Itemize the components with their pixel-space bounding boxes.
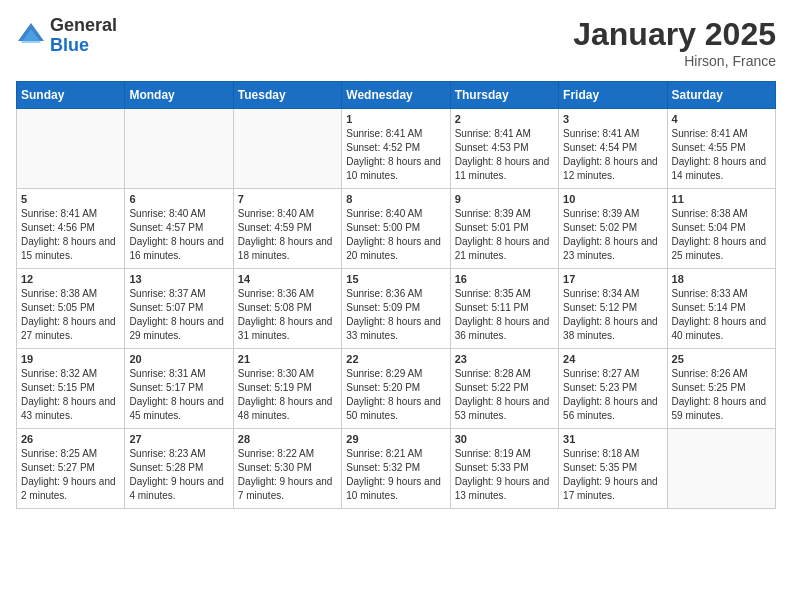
calendar-day-cell: 31Sunrise: 8:18 AM Sunset: 5:35 PM Dayli… (559, 429, 667, 509)
calendar-day-cell: 20Sunrise: 8:31 AM Sunset: 5:17 PM Dayli… (125, 349, 233, 429)
day-info: Sunrise: 8:28 AM Sunset: 5:22 PM Dayligh… (455, 367, 554, 423)
weekday-header: Friday (559, 82, 667, 109)
calendar-day-cell: 29Sunrise: 8:21 AM Sunset: 5:32 PM Dayli… (342, 429, 450, 509)
day-info: Sunrise: 8:21 AM Sunset: 5:32 PM Dayligh… (346, 447, 445, 503)
calendar-day-cell: 7Sunrise: 8:40 AM Sunset: 4:59 PM Daylig… (233, 189, 341, 269)
day-info: Sunrise: 8:33 AM Sunset: 5:14 PM Dayligh… (672, 287, 771, 343)
calendar-week-row: 5Sunrise: 8:41 AM Sunset: 4:56 PM Daylig… (17, 189, 776, 269)
day-info: Sunrise: 8:36 AM Sunset: 5:08 PM Dayligh… (238, 287, 337, 343)
day-number: 27 (129, 433, 228, 445)
day-number: 3 (563, 113, 662, 125)
day-number: 14 (238, 273, 337, 285)
calendar-day-cell: 30Sunrise: 8:19 AM Sunset: 5:33 PM Dayli… (450, 429, 558, 509)
day-info: Sunrise: 8:35 AM Sunset: 5:11 PM Dayligh… (455, 287, 554, 343)
calendar-day-cell: 3Sunrise: 8:41 AM Sunset: 4:54 PM Daylig… (559, 109, 667, 189)
weekday-header: Tuesday (233, 82, 341, 109)
calendar-day-cell: 27Sunrise: 8:23 AM Sunset: 5:28 PM Dayli… (125, 429, 233, 509)
calendar-week-row: 26Sunrise: 8:25 AM Sunset: 5:27 PM Dayli… (17, 429, 776, 509)
calendar-day-cell: 12Sunrise: 8:38 AM Sunset: 5:05 PM Dayli… (17, 269, 125, 349)
day-number: 29 (346, 433, 445, 445)
day-number: 4 (672, 113, 771, 125)
weekday-header: Saturday (667, 82, 775, 109)
day-number: 7 (238, 193, 337, 205)
day-info: Sunrise: 8:19 AM Sunset: 5:33 PM Dayligh… (455, 447, 554, 503)
calendar-day-cell: 10Sunrise: 8:39 AM Sunset: 5:02 PM Dayli… (559, 189, 667, 269)
month-title: January 2025 (573, 16, 776, 53)
calendar-day-cell: 9Sunrise: 8:39 AM Sunset: 5:01 PM Daylig… (450, 189, 558, 269)
logo: General Blue (16, 16, 117, 56)
day-number: 26 (21, 433, 120, 445)
day-info: Sunrise: 8:18 AM Sunset: 5:35 PM Dayligh… (563, 447, 662, 503)
day-number: 18 (672, 273, 771, 285)
calendar-day-cell: 2Sunrise: 8:41 AM Sunset: 4:53 PM Daylig… (450, 109, 558, 189)
calendar-week-row: 12Sunrise: 8:38 AM Sunset: 5:05 PM Dayli… (17, 269, 776, 349)
day-number: 10 (563, 193, 662, 205)
day-info: Sunrise: 8:36 AM Sunset: 5:09 PM Dayligh… (346, 287, 445, 343)
calendar-day-cell: 8Sunrise: 8:40 AM Sunset: 5:00 PM Daylig… (342, 189, 450, 269)
day-number: 1 (346, 113, 445, 125)
location: Hirson, France (573, 53, 776, 69)
day-number: 9 (455, 193, 554, 205)
calendar-day-cell: 22Sunrise: 8:29 AM Sunset: 5:20 PM Dayli… (342, 349, 450, 429)
day-number: 25 (672, 353, 771, 365)
day-info: Sunrise: 8:40 AM Sunset: 4:59 PM Dayligh… (238, 207, 337, 263)
calendar-day-cell: 4Sunrise: 8:41 AM Sunset: 4:55 PM Daylig… (667, 109, 775, 189)
calendar-day-cell: 19Sunrise: 8:32 AM Sunset: 5:15 PM Dayli… (17, 349, 125, 429)
calendar-day-cell: 16Sunrise: 8:35 AM Sunset: 5:11 PM Dayli… (450, 269, 558, 349)
day-info: Sunrise: 8:41 AM Sunset: 4:52 PM Dayligh… (346, 127, 445, 183)
title-block: January 2025 Hirson, France (573, 16, 776, 69)
logo-icon (16, 21, 46, 51)
day-number: 28 (238, 433, 337, 445)
calendar-week-row: 1Sunrise: 8:41 AM Sunset: 4:52 PM Daylig… (17, 109, 776, 189)
calendar-day-cell: 14Sunrise: 8:36 AM Sunset: 5:08 PM Dayli… (233, 269, 341, 349)
calendar-header-row: SundayMondayTuesdayWednesdayThursdayFrid… (17, 82, 776, 109)
day-number: 13 (129, 273, 228, 285)
calendar-day-cell: 28Sunrise: 8:22 AM Sunset: 5:30 PM Dayli… (233, 429, 341, 509)
day-info: Sunrise: 8:31 AM Sunset: 5:17 PM Dayligh… (129, 367, 228, 423)
calendar-day-cell (125, 109, 233, 189)
day-number: 21 (238, 353, 337, 365)
day-number: 20 (129, 353, 228, 365)
calendar-day-cell (667, 429, 775, 509)
weekday-header: Wednesday (342, 82, 450, 109)
day-info: Sunrise: 8:38 AM Sunset: 5:04 PM Dayligh… (672, 207, 771, 263)
page-header: General Blue January 2025 Hirson, France (16, 16, 776, 69)
calendar-day-cell: 13Sunrise: 8:37 AM Sunset: 5:07 PM Dayli… (125, 269, 233, 349)
calendar-day-cell: 23Sunrise: 8:28 AM Sunset: 5:22 PM Dayli… (450, 349, 558, 429)
day-number: 30 (455, 433, 554, 445)
calendar-day-cell: 17Sunrise: 8:34 AM Sunset: 5:12 PM Dayli… (559, 269, 667, 349)
day-info: Sunrise: 8:39 AM Sunset: 5:01 PM Dayligh… (455, 207, 554, 263)
day-number: 17 (563, 273, 662, 285)
day-info: Sunrise: 8:23 AM Sunset: 5:28 PM Dayligh… (129, 447, 228, 503)
calendar-day-cell (233, 109, 341, 189)
day-number: 8 (346, 193, 445, 205)
day-info: Sunrise: 8:32 AM Sunset: 5:15 PM Dayligh… (21, 367, 120, 423)
calendar-day-cell: 11Sunrise: 8:38 AM Sunset: 5:04 PM Dayli… (667, 189, 775, 269)
day-info: Sunrise: 8:26 AM Sunset: 5:25 PM Dayligh… (672, 367, 771, 423)
day-number: 22 (346, 353, 445, 365)
calendar-day-cell: 5Sunrise: 8:41 AM Sunset: 4:56 PM Daylig… (17, 189, 125, 269)
day-number: 31 (563, 433, 662, 445)
calendar-day-cell (17, 109, 125, 189)
day-number: 16 (455, 273, 554, 285)
day-number: 11 (672, 193, 771, 205)
logo-general-text: General (50, 16, 117, 36)
day-info: Sunrise: 8:25 AM Sunset: 5:27 PM Dayligh… (21, 447, 120, 503)
day-info: Sunrise: 8:22 AM Sunset: 5:30 PM Dayligh… (238, 447, 337, 503)
calendar-week-row: 19Sunrise: 8:32 AM Sunset: 5:15 PM Dayli… (17, 349, 776, 429)
weekday-header: Monday (125, 82, 233, 109)
day-number: 5 (21, 193, 120, 205)
day-number: 15 (346, 273, 445, 285)
calendar-day-cell: 26Sunrise: 8:25 AM Sunset: 5:27 PM Dayli… (17, 429, 125, 509)
calendar-table: SundayMondayTuesdayWednesdayThursdayFrid… (16, 81, 776, 509)
weekday-header: Sunday (17, 82, 125, 109)
day-number: 19 (21, 353, 120, 365)
day-number: 12 (21, 273, 120, 285)
calendar-day-cell: 6Sunrise: 8:40 AM Sunset: 4:57 PM Daylig… (125, 189, 233, 269)
calendar-day-cell: 18Sunrise: 8:33 AM Sunset: 5:14 PM Dayli… (667, 269, 775, 349)
calendar-day-cell: 1Sunrise: 8:41 AM Sunset: 4:52 PM Daylig… (342, 109, 450, 189)
day-number: 2 (455, 113, 554, 125)
day-info: Sunrise: 8:27 AM Sunset: 5:23 PM Dayligh… (563, 367, 662, 423)
logo-text: General Blue (50, 16, 117, 56)
day-number: 6 (129, 193, 228, 205)
